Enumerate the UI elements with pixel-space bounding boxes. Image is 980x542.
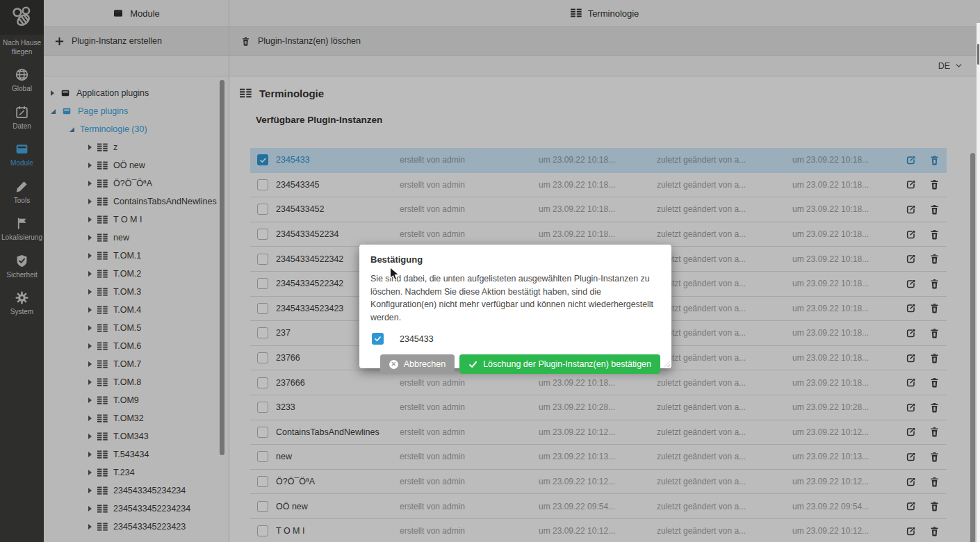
confirm-delete-button[interactable]: Löschung der Plugin-Instanz(en) bestätig… — [459, 354, 660, 374]
cancel-x-icon: ✕ — [389, 360, 398, 369]
page-scrollbar-thumb[interactable] — [977, 44, 979, 65]
app-root: Nach Hause fliegen GlobalDatenModuleTool… — [0, 0, 980, 542]
confirmation-dialog: Bestätigung Sie sind dabei, die unten au… — [359, 245, 671, 368]
dialog-resize-handle[interactable] — [662, 359, 670, 367]
dialog-title: Bestätigung — [370, 254, 660, 265]
cancel-button-label: Abbrechen — [404, 359, 446, 369]
dialog-message: Sie sind dabei, die unten aufgelisteten … — [370, 272, 660, 324]
cancel-button[interactable]: ✕ Abbrechen — [380, 354, 455, 374]
dialog-item-name: 2345433 — [400, 334, 434, 344]
dialog-item-checkbox[interactable] — [372, 333, 384, 345]
confirm-delete-label: Löschung der Plugin-Instanz(en) bestätig… — [483, 359, 651, 369]
dialog-actions: ✕ Abbrechen Löschung der Plugin-Instanz(… — [370, 354, 660, 374]
page-scrollbar — [977, 23, 980, 542]
dialog-item-row: 2345433 — [370, 333, 660, 345]
check-icon — [468, 360, 477, 369]
